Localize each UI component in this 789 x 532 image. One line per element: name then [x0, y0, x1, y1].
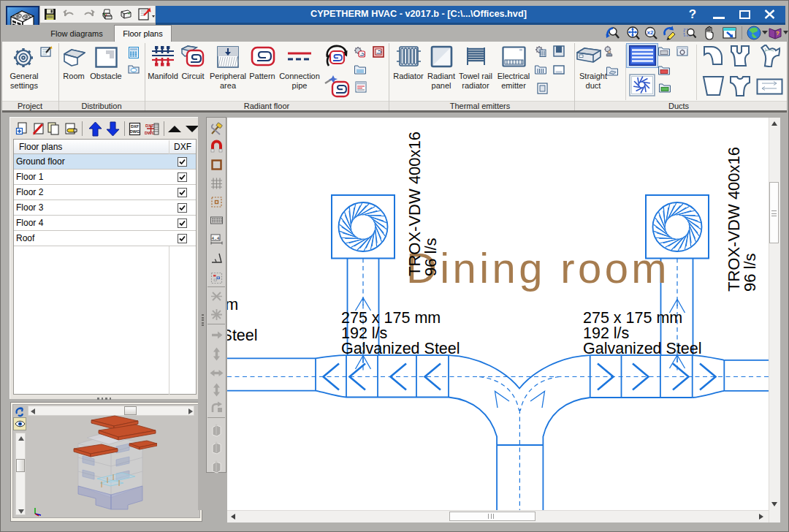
svg-text:DXF: DXF [145, 123, 154, 128]
svg-text:?: ? [776, 30, 780, 37]
svg-text:x2: x2 [647, 29, 654, 36]
svg-text:DXF: DXF [131, 124, 140, 129]
svg-text:DWG: DWG [130, 129, 140, 134]
svg-text:4.4: 4.4 [212, 236, 220, 241]
svg-text:DWG: DWG [145, 131, 156, 135]
